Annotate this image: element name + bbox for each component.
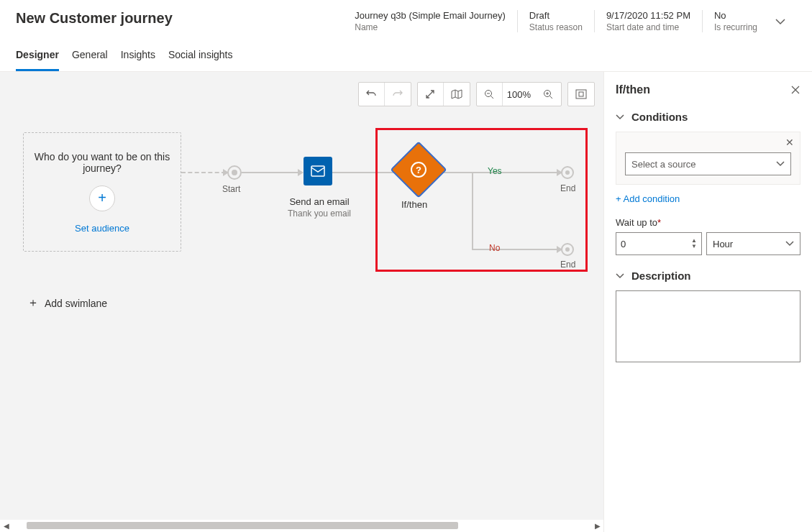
connector (242, 172, 301, 173)
meta-recurring: No Is recurring (702, 10, 769, 32)
svg-rect-2 (576, 90, 586, 98)
end-label: End (560, 260, 575, 270)
undo-icon (365, 88, 377, 100)
connector (472, 249, 560, 250)
zoom-out-icon (484, 89, 494, 99)
tab-designer[interactable]: Designer (16, 49, 59, 71)
redo-icon (392, 88, 403, 100)
tab-bar: Designer General Insights Social insight… (0, 42, 812, 72)
record-meta: Journey q3b (Simple Email Journey) Name … (343, 10, 769, 32)
conditions-heading: Conditions (631, 111, 688, 123)
svg-rect-4 (311, 166, 324, 176)
minimap-button[interactable] (444, 83, 470, 106)
canvas-toolbar: 100% (358, 82, 595, 106)
close-panel-button[interactable] (790, 85, 800, 95)
email-icon (311, 165, 325, 177)
connector (181, 172, 226, 173)
email-tile[interactable] (304, 157, 332, 185)
wait-unit-select[interactable]: Hour (706, 232, 800, 255)
description-section-toggle[interactable]: Description (616, 270, 800, 282)
branch-yes-label: Yes (488, 166, 502, 176)
chevron-down-icon (785, 239, 794, 248)
add-swimlane-button[interactable]: ＋ Add swimlane (27, 295, 107, 311)
description-textarea[interactable] (616, 290, 800, 362)
meta-name: Journey q3b (Simple Email Journey) Name (343, 10, 517, 32)
expand-header-button[interactable] (769, 10, 792, 33)
page-title: New Customer journey (16, 10, 173, 27)
ifthen-tile[interactable]: ? (398, 150, 439, 190)
start-label: Start (222, 184, 240, 194)
zoom-out-button[interactable] (477, 83, 503, 106)
page-header: New Customer journey Journey q3b (Simple… (0, 0, 812, 42)
end-node[interactable] (561, 166, 574, 179)
horizontal-scrollbar[interactable]: ◀ ▶ (0, 520, 603, 532)
connector (472, 172, 473, 249)
conditions-section-toggle[interactable]: Conditions (616, 111, 800, 123)
add-audience-button[interactable]: + (89, 185, 115, 211)
connector (332, 172, 401, 173)
wait-label: Wait up to* (616, 217, 800, 228)
spinner-icon[interactable]: ▲▼ (691, 238, 697, 249)
end-node[interactable] (561, 243, 574, 256)
map-icon (451, 89, 462, 99)
meta-status: Draft Status reason (517, 10, 594, 32)
zoom-in-icon (543, 89, 553, 99)
source-placeholder: Select a source (631, 159, 696, 170)
meta-date: 9/17/2020 11:52 PM Start date and time (594, 10, 702, 32)
wait-value-input[interactable]: 0 ▲▼ (616, 232, 702, 255)
description-heading: Description (631, 270, 691, 282)
fit-screen-button[interactable] (568, 83, 594, 106)
scroll-right-button[interactable]: ▶ (591, 520, 603, 532)
set-audience-link[interactable]: Set audience (75, 223, 129, 234)
source-select[interactable]: Select a source (625, 152, 791, 175)
fit-icon (575, 89, 587, 99)
chevron-down-icon (616, 113, 624, 121)
journey-canvas[interactable]: Who do you want to be on this journey? +… (0, 72, 603, 532)
condition-icon: ? (411, 162, 426, 178)
zoom-level: 100% (503, 83, 535, 106)
add-condition-link[interactable]: + Add condition (616, 193, 800, 204)
condition-card: ✕ Select a source (616, 132, 800, 185)
properties-panel: If/then Conditions ✕ Select a source + A… (603, 72, 812, 532)
scroll-left-button[interactable]: ◀ (0, 520, 12, 532)
start-node[interactable] (227, 165, 242, 180)
designer-canvas-area: 100% (0, 72, 603, 532)
ifthen-label: If/then (401, 199, 427, 210)
scroll-thumb[interactable] (27, 522, 458, 529)
close-icon (790, 85, 800, 95)
fullscreen-button[interactable] (418, 83, 444, 106)
redo-button[interactable] (385, 83, 411, 106)
plus-icon: ＋ (27, 295, 39, 311)
end-label: End (560, 183, 575, 193)
tab-general[interactable]: General (72, 49, 108, 71)
zoom-in-button[interactable] (535, 83, 561, 106)
chevron-down-icon (616, 272, 624, 280)
remove-condition-button[interactable]: ✕ (785, 137, 794, 148)
audience-question: Who do you want to be on this journey? (32, 151, 172, 174)
tab-social-insights[interactable]: Social insights (168, 49, 233, 71)
svg-rect-3 (579, 92, 583, 96)
audience-placeholder: Who do you want to be on this journey? +… (23, 132, 181, 252)
chevron-down-icon (776, 160, 785, 168)
arrow-icon (298, 169, 304, 176)
email-tile-label: Send an email Thank you email (286, 196, 352, 219)
chevron-down-icon (775, 17, 785, 27)
branch-no-label: No (489, 243, 500, 253)
tab-insights[interactable]: Insights (121, 49, 155, 71)
panel-title: If/then (616, 83, 650, 96)
expand-icon (425, 89, 435, 99)
undo-button[interactable] (359, 83, 385, 106)
